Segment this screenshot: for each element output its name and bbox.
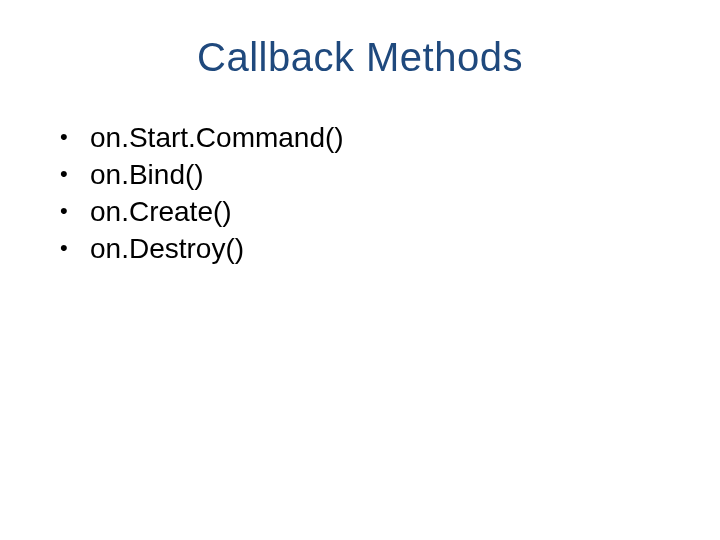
bullet-icon: • xyxy=(60,120,90,153)
list-item-text: on.Bind() xyxy=(90,157,204,192)
bullet-list: • on.Start.Command() • on.Bind() • on.Cr… xyxy=(50,120,670,266)
bullet-icon: • xyxy=(60,157,90,190)
list-item: • on.Destroy() xyxy=(60,231,670,266)
list-item: • on.Start.Command() xyxy=(60,120,670,155)
list-item: • on.Bind() xyxy=(60,157,670,192)
list-item-text: on.Create() xyxy=(90,194,232,229)
list-item: • on.Create() xyxy=(60,194,670,229)
bullet-icon: • xyxy=(60,231,90,264)
slide-title: Callback Methods xyxy=(50,35,670,80)
list-item-text: on.Start.Command() xyxy=(90,120,344,155)
list-item-text: on.Destroy() xyxy=(90,231,244,266)
slide-container: Callback Methods • on.Start.Command() • … xyxy=(0,0,720,540)
bullet-icon: • xyxy=(60,194,90,227)
